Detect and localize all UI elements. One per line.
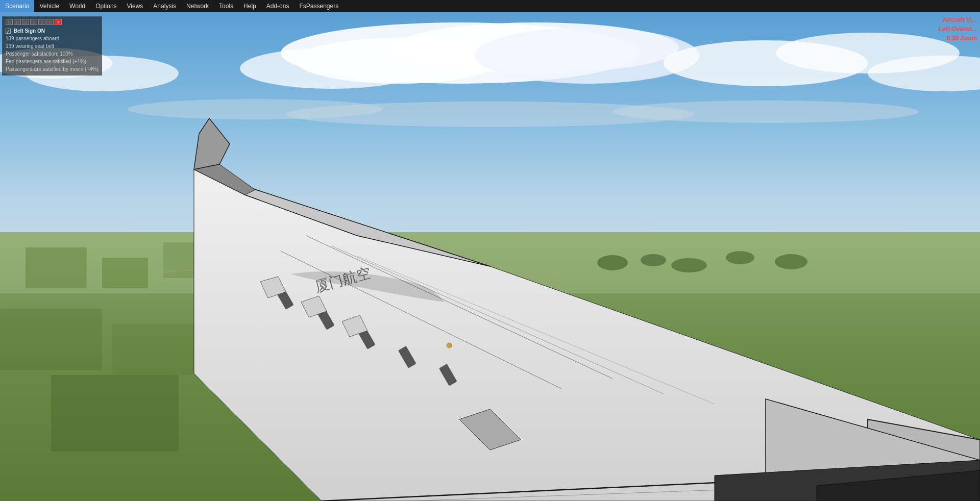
- fed-passengers-line: Fed passengers are satisfied (+1%): [6, 58, 99, 65]
- panel-toolbar: □ □ □ □ □ □ X: [6, 19, 99, 25]
- menu-fspassengers[interactable]: FsPassengers: [294, 0, 344, 12]
- toolbar-btn-4[interactable]: □: [30, 19, 37, 25]
- satisfaction-line: Passenger satisfaction: 100%: [6, 50, 99, 58]
- passengers-aboard-line: 139 passengers aboard: [6, 35, 99, 42]
- toolbar-btn-5[interactable]: □: [38, 19, 45, 25]
- movie-satisfaction-line: Passengers are satisfied by movie (+4%): [6, 65, 99, 73]
- belt-sign-line: Belt Sign ON: [6, 27, 99, 35]
- menu-help[interactable]: Help: [238, 0, 261, 12]
- svg-marker-33: [194, 118, 230, 169]
- zoom-line: 0.30 Zoom: [939, 34, 977, 43]
- menu-network[interactable]: Network: [181, 0, 214, 12]
- svg-point-47: [447, 343, 452, 348]
- menu-analysis[interactable]: Analysis: [148, 0, 181, 12]
- wing-svg: 厦门航空: [0, 93, 980, 501]
- menu-vehicle[interactable]: Vehicle: [34, 0, 64, 12]
- menu-options[interactable]: Options: [90, 0, 121, 12]
- toolbar-btn-2[interactable]: □: [14, 19, 21, 25]
- toolbar-btn-1[interactable]: □: [6, 19, 13, 25]
- simulator-view: 厦门航空 □ □ □ □ □ □ X Belt S: [0, 12, 980, 501]
- toolbar-btn-6[interactable]: □: [46, 19, 54, 25]
- toolbar-close-btn[interactable]: X: [55, 19, 62, 25]
- aircraft-view-line: Aircraft Vi...: [939, 15, 977, 24]
- belt-sign-checkbox: [6, 29, 11, 34]
- menubar: Scenario Vehicle World Options Views Ana…: [0, 0, 980, 12]
- menu-scenario[interactable]: Scenario: [0, 0, 34, 12]
- menu-world[interactable]: World: [64, 0, 90, 12]
- menu-views[interactable]: Views: [122, 0, 149, 12]
- overwing-line: Left Overwi...: [939, 24, 977, 34]
- svg-point-3: [475, 28, 699, 84]
- wearing-seatbelt-line: 139 wearing seat belt: [6, 42, 99, 50]
- info-panel: □ □ □ □ □ □ X Belt Sign ON 139 passenger…: [2, 16, 102, 76]
- svg-point-4: [240, 48, 424, 89]
- toolbar-btn-3[interactable]: □: [22, 19, 29, 25]
- top-right-info: Aircraft Vi... Left Overwi... 0.30 Zoom: [939, 15, 977, 43]
- menu-tools[interactable]: Tools: [214, 0, 238, 12]
- menu-addons[interactable]: Add-ons: [261, 0, 295, 12]
